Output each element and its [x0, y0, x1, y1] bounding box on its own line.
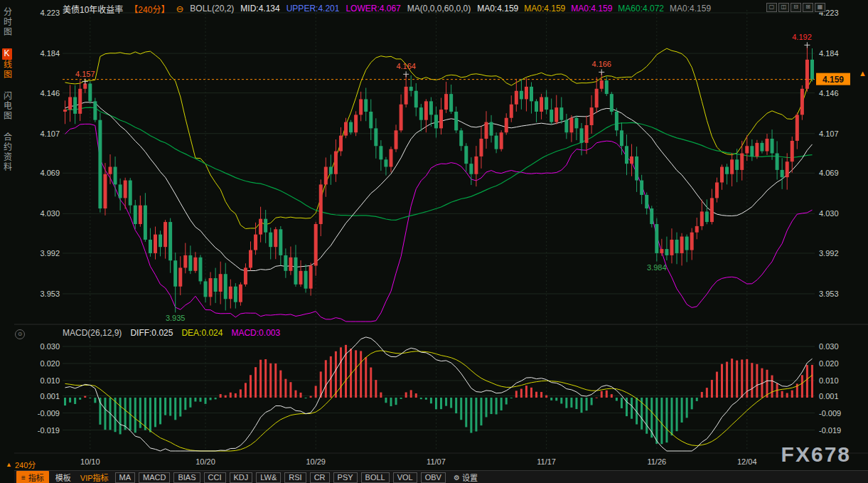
- macd-axis-label: 0.010: [40, 376, 60, 385]
- x-axis-label: 10/29: [306, 457, 326, 466]
- sidebar-item-kline-chart[interactable]: K线图: [1, 48, 14, 80]
- toolbar-vip-indicators[interactable]: VIP指标: [77, 471, 112, 483]
- macd-macd-value: MACD:0.003: [231, 328, 280, 338]
- candles-layer[interactable]: [63, 45, 814, 312]
- sidebar-item-char: 资: [2, 152, 12, 162]
- sidebar-item-char: 线: [2, 60, 12, 70]
- trading-app-window: 4.1594.1573.9354.1644.1663.9844.1924.223…: [0, 0, 868, 483]
- window-layout-icon[interactable]: ▦: [815, 3, 825, 12]
- indicator-panel-icon[interactable]: ⊙: [15, 329, 25, 339]
- instrument-title: 美债10年收益率: [63, 3, 123, 15]
- toolbar-cci[interactable]: CCI: [204, 472, 226, 483]
- toolbar-label: VIP指标: [80, 474, 109, 482]
- sidebar-item-time-chart[interactable]: 分时图: [1, 7, 14, 37]
- toolbar-label: 设置: [462, 472, 478, 483]
- toolbar-kdj[interactable]: KDJ: [230, 472, 253, 483]
- grid-layer: [63, 10, 815, 451]
- toolbar-label: MACD: [143, 473, 166, 482]
- toolbar-vol[interactable]: VOL: [393, 472, 417, 483]
- period-arrow-icon: ▲: [6, 461, 12, 468]
- y-axis-label: 4.030: [819, 209, 839, 218]
- header-ma-value: MA60:4.072: [618, 4, 664, 14]
- toolbar-settings[interactable]: ⚙设置: [454, 472, 478, 483]
- header-ma-values: MA0:4.159MA0:4.159MA0:4.159MA60:4.072MA0…: [477, 4, 711, 14]
- x-axis-label: 11/26: [647, 457, 666, 466]
- sidebar-item-char: K: [2, 48, 12, 60]
- window-layout-icon[interactable]: ⊞: [803, 3, 813, 12]
- watermark: FX678: [781, 442, 851, 467]
- toolbar-label: LW&: [260, 473, 277, 482]
- macd-axis-label: 0.001: [819, 392, 839, 400]
- macd-header: MACD(26,12,9) DIFF:0.025 DEA:0.024 MACD:…: [63, 328, 280, 338]
- toolbar-templates[interactable]: 模板: [53, 471, 74, 483]
- x-axis-label: 11/17: [537, 457, 556, 466]
- toolbar-label: 指标: [28, 472, 44, 483]
- toolbar-label: VOL: [397, 473, 413, 482]
- toolbar-cr[interactable]: CR: [310, 472, 330, 483]
- toolbar-macd[interactable]: MACD: [139, 472, 170, 483]
- sidebar-item-char: 电: [2, 101, 12, 111]
- macd-axis-label: 0.030: [819, 342, 839, 351]
- window-layout-icon[interactable]: ▢: [766, 3, 777, 12]
- macd-axis-label: -0.009: [38, 409, 60, 418]
- sidebar-item-char: 图: [2, 111, 12, 121]
- boll-lower-value: LOWER:4.067: [345, 4, 400, 14]
- period-tag: 【240分】: [129, 3, 169, 15]
- chart-canvas[interactable]: 4.1594.1573.9354.1644.1663.9844.1924.223…: [0, 0, 868, 483]
- macd-axis-label: -0.009: [819, 409, 841, 418]
- sidebar-item-contract-info[interactable]: 合约资料: [1, 132, 14, 172]
- toolbar-boll[interactable]: BOLL: [361, 472, 390, 483]
- macd-layer: [64, 345, 813, 444]
- y-axis-label: 4.223: [40, 9, 60, 17]
- x-axis-label: 10/10: [80, 457, 100, 466]
- latest-price-arrow-icon[interactable]: ▲: [859, 69, 867, 78]
- x-axis-label: 11/07: [427, 457, 446, 466]
- header-ma-value: MA0:4.159: [524, 4, 565, 14]
- macd-axis-label: -0.019: [819, 426, 841, 435]
- boll-upper-line: [65, 48, 813, 228]
- window-layout-icon[interactable]: ⊟: [791, 3, 801, 12]
- ma60-line: [65, 107, 813, 220]
- boll-mid-line: [65, 102, 813, 271]
- collapse-icon[interactable]: ⊖: [176, 4, 183, 14]
- sidebar-item-char: 约: [2, 142, 12, 152]
- y-axis-label: 3.992: [40, 249, 60, 258]
- period-selector[interactable]: ▲ 240分: [6, 459, 36, 470]
- y-axis-label: 3.953: [819, 290, 839, 298]
- x-axis-label: 12/04: [737, 457, 757, 466]
- toolbar-obv[interactable]: OBV: [421, 472, 446, 483]
- toolbar-indicators[interactable]: ≡指标: [16, 471, 49, 483]
- y-axis-label: 3.992: [819, 249, 839, 258]
- toolbar-label: BIAS: [178, 473, 195, 482]
- y-axis-label: 4.069: [819, 169, 839, 177]
- sidebar-item-char: 图: [2, 70, 12, 80]
- sidebar-item-char: 料: [2, 162, 12, 172]
- sidebar-item-char: 分: [2, 7, 12, 17]
- macd-diff-value: DIFF:0.025: [130, 328, 173, 338]
- period-label: 240分: [15, 459, 36, 470]
- sidebar-item-char: 合: [2, 132, 12, 142]
- menu-icon: ≡: [21, 474, 26, 482]
- y-axis-label: 4.184: [819, 49, 839, 58]
- sidebar-item-flash-chart[interactable]: 闪电图: [1, 91, 14, 121]
- sidebar-item-char: 闪: [2, 91, 12, 101]
- toolbar-label: RSI: [289, 473, 301, 482]
- diff-line: [65, 337, 813, 451]
- toolbar-ma[interactable]: MA: [115, 472, 136, 483]
- macd-axis-label: 0.030: [40, 342, 60, 351]
- y-axis-label: 4.184: [40, 49, 60, 58]
- gear-icon: ⚙: [454, 474, 460, 482]
- window-layout-icon[interactable]: ◫: [778, 3, 789, 12]
- boll-label: BOLL(20,2): [190, 4, 234, 14]
- y-axis-label: 4.107: [40, 129, 60, 138]
- chart-header: 美债10年收益率 【240分】 ⊖ BOLL(20,2) MID:4.134 U…: [63, 2, 711, 15]
- boll-upper-value: UPPER:4.201: [286, 4, 340, 14]
- price-annotation: 4.166: [591, 60, 611, 68]
- toolbar-psy[interactable]: PSY: [333, 472, 358, 483]
- toolbar-bias[interactable]: BIAS: [173, 472, 200, 483]
- sidebar-item-char: 图: [2, 27, 12, 37]
- y-axis-label: 3.953: [40, 290, 60, 298]
- price-annotation: 3.935: [166, 314, 186, 322]
- toolbar-lwr[interactable]: LW&: [256, 472, 281, 483]
- toolbar-rsi[interactable]: RSI: [284, 472, 306, 483]
